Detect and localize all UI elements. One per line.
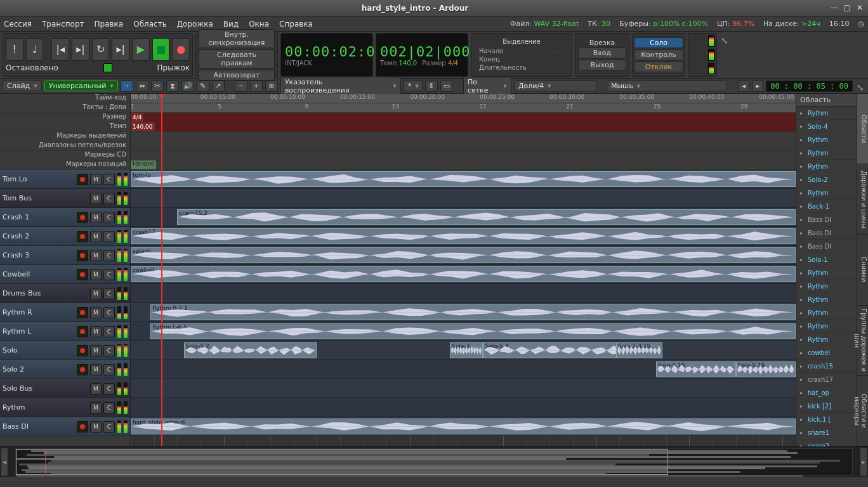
track-mute-button[interactable]: М (90, 212, 102, 223)
track-lane[interactable] (131, 284, 796, 303)
tool-object[interactable]: ☞ (121, 81, 133, 92)
audio-region[interactable]: crash17 (131, 228, 796, 244)
track-lane[interactable]: Solo-5.15Solo-5.16 (131, 360, 796, 379)
nudge-forward-button[interactable]: ▸ (752, 81, 763, 92)
track-solo-button[interactable]: С (103, 269, 115, 280)
track-header[interactable]: Crash 3МС (0, 246, 130, 265)
close-icon[interactable]: ✕ (855, 4, 864, 13)
stop-button[interactable]: ■ (152, 38, 170, 61)
track-mute-button[interactable]: М (90, 231, 102, 242)
track-header[interactable]: Solo BusМС (0, 379, 130, 398)
track-header[interactable]: SoloМС (0, 341, 130, 360)
menu-region[interactable]: Область (133, 20, 167, 29)
follow-edits-button[interactable]: Следовать правкам (199, 49, 275, 68)
region-list-item[interactable]: Bass DI (796, 213, 857, 226)
track-solo-button[interactable]: С (103, 212, 115, 223)
tool-range[interactable]: ⇔ (136, 81, 148, 92)
track-rec-button[interactable] (77, 269, 88, 280)
track-mute-button[interactable]: М (90, 288, 102, 299)
maximize-icon[interactable]: ▢ (843, 4, 852, 13)
track-rec-button[interactable] (77, 364, 88, 375)
region-list-item[interactable]: Rythm (796, 306, 857, 320)
track-mute-button[interactable]: М (90, 421, 102, 432)
track-solo-button[interactable]: С (103, 174, 115, 185)
track-header[interactable]: Solo 2МС (0, 360, 130, 379)
region-list-item[interactable]: snare1 (796, 426, 857, 439)
region-list-item[interactable]: Rythm (796, 146, 857, 160)
track-lane[interactable]: splash (131, 246, 796, 265)
tool-edit[interactable]: ↗ (212, 81, 225, 92)
secondary-clock[interactable]: 002|02|0000 Темп 140,0 Размер 4/4 (376, 33, 468, 77)
region-list-item[interactable]: Back-1 (796, 200, 857, 213)
ruler-label[interactable]: Такты : Доли (0, 103, 130, 113)
track-solo-button[interactable]: С (103, 421, 115, 432)
menu-window[interactable]: Окна (249, 20, 269, 29)
track-solo-button[interactable]: С (103, 345, 115, 356)
track-header[interactable]: Tom LoМС (0, 170, 130, 189)
track-rec-button[interactable] (77, 345, 88, 356)
audio-region[interactable]: Rythm R-2.1 (150, 304, 796, 320)
audio-region[interactable]: Solo 2-3.15 (616, 342, 662, 358)
track-header[interactable]: Rythm RМС (0, 303, 130, 322)
track-lane[interactable] (131, 398, 796, 417)
audio-region[interactable]: splash (131, 247, 796, 263)
track-mute-button[interactable]: М (90, 174, 102, 185)
region-list-item[interactable]: Rythm (796, 320, 857, 333)
primary-clock-display[interactable]: 00:00:02:04 (285, 44, 369, 60)
record-button[interactable]: ● (172, 38, 190, 61)
vtab-ranges[interactable]: Области и маркеры (857, 376, 868, 446)
track-mute-button[interactable]: М (90, 250, 102, 261)
track-lane[interactable]: tom-lo (131, 170, 796, 189)
goto-end-button[interactable]: ▸| (72, 38, 89, 61)
audio-region[interactable]: cowbell (131, 266, 796, 282)
region-list-item[interactable]: Solo-2 (796, 173, 857, 186)
track-lane[interactable]: cowbell (131, 265, 796, 284)
nudge-clock[interactable]: 00 : 00 : 05 : 00 (766, 81, 853, 92)
audio-region[interactable]: Solo-3 (450, 342, 483, 358)
track-lane[interactable]: hard_style_intro-di (131, 417, 796, 436)
ruler-label[interactable]: Маркеры выделений (0, 132, 130, 141)
track-lane[interactable]: crash15.2 (131, 208, 796, 227)
track-solo-button[interactable]: С (103, 307, 115, 318)
audio-region[interactable]: Solo-5.2 (184, 342, 317, 358)
track-solo-button[interactable]: С (103, 288, 115, 299)
region-list-item[interactable]: Rythm (796, 293, 857, 306)
region-list-item[interactable]: Rythm (796, 133, 857, 146)
track-mute-button[interactable]: М (90, 383, 102, 394)
track-solo-button[interactable]: С (103, 250, 115, 261)
audio-region[interactable]: hard_style_intro-di (131, 419, 796, 434)
region-list-item[interactable]: Rythm (796, 160, 857, 173)
ruler-label[interactable]: Размер (0, 113, 130, 122)
track-mute-button[interactable]: М (90, 326, 102, 337)
sidebar-list[interactable]: RythmSolo-4RythmRythmRythmSolo-2RythmBac… (796, 107, 857, 446)
track-rec-button[interactable] (77, 231, 88, 242)
vtab-tracks[interactable]: Дорожки и шины (857, 164, 868, 235)
audio-region[interactable]: Rythm L-6.1 (150, 323, 796, 339)
track-solo-button[interactable]: С (103, 402, 115, 413)
mouse-mode-combo[interactable]: Универсальный (44, 81, 118, 91)
audio-region[interactable]: crash15.2 (177, 209, 796, 225)
region-list-item[interactable]: Rythm (796, 186, 857, 200)
zoom-in-button[interactable]: + (250, 81, 263, 92)
midi-panic-button[interactable]: ! (6, 38, 23, 61)
region-list-item[interactable]: hat_op (796, 386, 857, 399)
track-height-combo[interactable]: * (404, 81, 423, 91)
track-solo-button[interactable]: С (103, 231, 115, 242)
edit-mode-combo[interactable]: Слайд (3, 81, 42, 91)
feedback-button[interactable]: Отклик (634, 62, 683, 72)
track-header[interactable]: Drums BusМС (0, 284, 130, 303)
loop-button[interactable]: ↻ (92, 38, 110, 61)
ruler-label[interactable]: Темп (0, 122, 130, 132)
summary-left-handle[interactable]: ◂ (1, 448, 8, 476)
vtab-regions[interactable]: Области (857, 94, 868, 164)
summary-right-handle[interactable]: ▸ (860, 448, 867, 476)
region-list-item[interactable]: crash15 (796, 360, 857, 373)
track-header[interactable]: CowbellМС (0, 265, 130, 284)
punch-in-button[interactable]: Вход (578, 48, 626, 58)
track-rec-button[interactable] (77, 326, 88, 337)
vtab-groups[interactable]: Группы дорожек и шин (857, 306, 868, 376)
shuttle-toggle[interactable] (103, 63, 112, 72)
expand-tracks-button[interactable]: ⇕ (425, 81, 438, 92)
region-list-item[interactable]: crash17 (796, 373, 857, 386)
toolbar-expander-icon[interactable]: ⤡ (855, 80, 865, 93)
